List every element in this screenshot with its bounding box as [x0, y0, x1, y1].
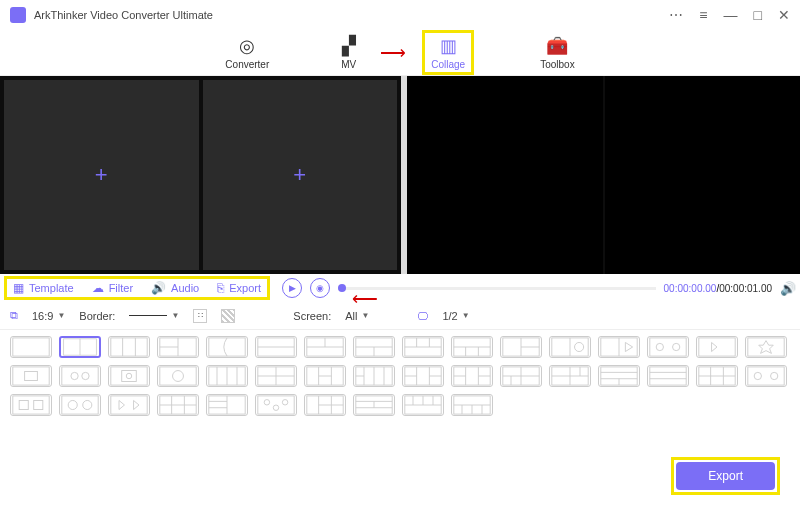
tab-toolbox[interactable]: 🧰 Toolbox: [534, 33, 580, 72]
menu-icon[interactable]: ≡: [699, 7, 707, 23]
template-item[interactable]: [255, 394, 297, 416]
svg-rect-103: [111, 396, 147, 414]
svg-point-115: [282, 400, 287, 405]
footer: Export: [671, 457, 780, 495]
template-item[interactable]: [500, 336, 542, 358]
feedback-icon[interactable]: ⋯: [669, 7, 683, 23]
template-item[interactable]: [549, 365, 591, 387]
template-item[interactable]: [206, 336, 248, 358]
svg-point-113: [264, 400, 269, 405]
timeline-slider[interactable]: [338, 287, 656, 290]
template-icon: ▦: [13, 281, 24, 295]
export-button[interactable]: Export: [676, 462, 775, 490]
pattern-button[interactable]: [221, 309, 235, 323]
svg-point-101: [68, 400, 77, 409]
aspect-icon: ⧉: [10, 309, 18, 322]
template-item[interactable]: [598, 336, 640, 358]
template-item[interactable]: [353, 394, 395, 416]
template-item[interactable]: [647, 365, 689, 387]
play-button[interactable]: ▶: [282, 278, 302, 298]
plus-icon: +: [95, 162, 108, 188]
template-item[interactable]: [451, 394, 493, 416]
template-item[interactable]: [157, 394, 199, 416]
template-item[interactable]: [500, 365, 542, 387]
filter-tab[interactable]: ☁Filter: [92, 281, 133, 295]
border-style-select[interactable]: ▼: [129, 311, 179, 320]
svg-rect-34: [650, 338, 686, 356]
template-item[interactable]: [304, 336, 346, 358]
collage-editor: + +: [0, 76, 401, 274]
template-tab[interactable]: ▦Template: [13, 281, 74, 295]
template-item[interactable]: [108, 365, 150, 387]
svg-rect-40: [25, 371, 38, 380]
tab-collage[interactable]: ▥ Collage: [422, 30, 474, 75]
audio-icon: 🔊: [151, 281, 166, 295]
timecode: 00:00:00.00/00:00:01.00: [664, 283, 772, 294]
export-tab[interactable]: ⎘Export: [217, 281, 261, 295]
titlebar: ArkThinker Video Converter Ultimate ⋯ ≡ …: [0, 0, 800, 30]
template-item[interactable]: [647, 336, 689, 358]
annotation-arrow-icon: ⟶: [380, 42, 406, 64]
minimize-icon[interactable]: —: [724, 7, 738, 23]
template-grid: [0, 330, 800, 422]
snapshot-button[interactable]: ◉: [310, 278, 330, 298]
template-item[interactable]: [402, 336, 444, 358]
template-item[interactable]: [402, 365, 444, 387]
template-item[interactable]: [598, 365, 640, 387]
svg-point-114: [273, 405, 278, 410]
tab-mv[interactable]: ▞ MV: [335, 33, 362, 72]
color-picker-button[interactable]: ∷: [193, 309, 207, 323]
timeline-handle[interactable]: [338, 284, 346, 292]
add-media-slot-1[interactable]: +: [4, 80, 199, 270]
template-item[interactable]: [696, 336, 738, 358]
workspace: + +: [0, 76, 800, 274]
template-item[interactable]: [10, 394, 52, 416]
add-media-slot-2[interactable]: +: [203, 80, 398, 270]
template-item[interactable]: [353, 365, 395, 387]
svg-point-48: [173, 371, 184, 382]
mid-toolbar: ▦Template ☁Filter 🔊Audio ⎘Export ▶ ◉ 00:…: [0, 274, 800, 302]
chevron-down-icon: ▼: [362, 311, 370, 320]
volume-icon[interactable]: 🔊: [780, 281, 796, 296]
template-item[interactable]: [206, 365, 248, 387]
template-item[interactable]: [59, 336, 101, 358]
close-icon[interactable]: ✕: [778, 7, 790, 23]
template-item[interactable]: [745, 365, 787, 387]
template-item[interactable]: [157, 336, 199, 358]
svg-rect-99: [34, 400, 43, 409]
maximize-icon[interactable]: □: [754, 7, 762, 23]
template-item[interactable]: [108, 394, 150, 416]
template-item[interactable]: [255, 365, 297, 387]
template-item[interactable]: [206, 394, 248, 416]
template-item[interactable]: [304, 394, 346, 416]
template-item[interactable]: [745, 336, 787, 358]
template-toolbar: ⧉ 16:9▼ Border: ▼ ∷ Screen: All▼ 🖵 1/2▼: [0, 302, 800, 330]
template-item[interactable]: [549, 336, 591, 358]
chevron-down-icon: ▼: [57, 311, 65, 320]
svg-rect-87: [650, 367, 686, 385]
tab-converter[interactable]: ◎ Converter: [219, 33, 275, 72]
template-item[interactable]: [10, 336, 52, 358]
template-item[interactable]: [304, 365, 346, 387]
svg-rect-97: [13, 396, 49, 414]
svg-rect-44: [111, 367, 147, 385]
template-item[interactable]: [157, 365, 199, 387]
page-select[interactable]: 1/2▼: [442, 310, 469, 322]
template-item[interactable]: [255, 336, 297, 358]
template-item[interactable]: [451, 336, 493, 358]
template-item[interactable]: [108, 336, 150, 358]
aspect-select[interactable]: 16:9▼: [32, 310, 65, 322]
screen-label: Screen:: [293, 310, 331, 322]
template-item[interactable]: [353, 336, 395, 358]
template-item[interactable]: [59, 394, 101, 416]
audio-tab[interactable]: 🔊Audio: [151, 281, 199, 295]
svg-point-31: [575, 342, 584, 351]
screen-select[interactable]: All▼: [345, 310, 369, 322]
svg-point-42: [71, 372, 78, 379]
template-item[interactable]: [59, 365, 101, 387]
template-item[interactable]: [696, 365, 738, 387]
template-item[interactable]: [10, 365, 52, 387]
template-item[interactable]: [402, 394, 444, 416]
collage-icon: ▥: [440, 35, 457, 57]
template-item[interactable]: [451, 365, 493, 387]
